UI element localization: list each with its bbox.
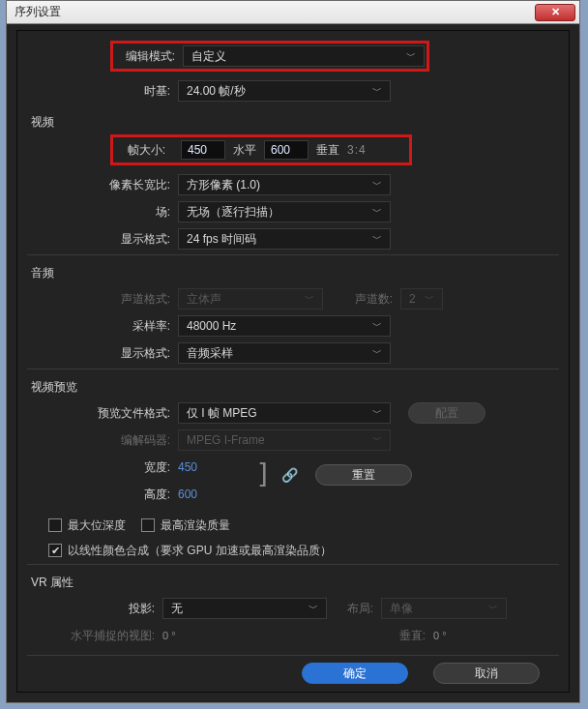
chevron-down-icon: ﹀ xyxy=(372,84,382,98)
channel-format-value: 立体声 xyxy=(187,291,221,308)
projection-select[interactable]: 无 ﹀ xyxy=(162,598,327,619)
dialog-window: 序列设置 ✕ 编辑模式: 自定义 ﹀ 时基: 24.00 帧/秒 ﹀ 视频 xyxy=(6,0,580,703)
pixel-aspect-value: 方形像素 (1.0) xyxy=(187,177,260,193)
max-bit-depth-label: 最大位深度 xyxy=(68,517,126,534)
highlight-edit-mode: 编辑模式: 自定义 ﹀ xyxy=(110,41,429,72)
edit-mode-label: 编辑模式: xyxy=(115,48,183,65)
sample-rate-value: 48000 Hz xyxy=(187,319,236,333)
preview-file-format-label: 预览文件格式: xyxy=(27,405,178,422)
edit-mode-select[interactable]: 自定义 ﹀ xyxy=(183,45,425,67)
window-title: 序列设置 xyxy=(11,4,535,20)
link-icon[interactable]: 🔗 xyxy=(281,467,298,483)
channel-count-label: 声道数: xyxy=(323,291,400,308)
chevron-down-icon: ﹀ xyxy=(372,178,382,192)
codec-value: MPEG I-Frame xyxy=(187,433,265,447)
v-capture-label: 垂直: xyxy=(379,628,433,644)
chevron-down-icon: ﹀ xyxy=(372,433,382,447)
chevron-down-icon: ﹀ xyxy=(372,319,382,333)
section-vr: VR 属性 xyxy=(31,575,559,591)
titlebar: 序列设置 ✕ xyxy=(7,1,579,24)
preview-file-format-value: 仅 I 帧 MPEG xyxy=(187,405,257,422)
frame-width-input[interactable] xyxy=(181,140,225,160)
section-video: 视频 xyxy=(31,114,559,131)
linear-composite-checkbox[interactable]: ✔ xyxy=(48,544,62,557)
channel-count-value: 2 xyxy=(409,292,416,306)
chevron-down-icon: ﹀ xyxy=(488,602,498,615)
channel-format-select: 立体声 ﹀ xyxy=(178,288,323,310)
bracket-icon: ] xyxy=(255,468,272,482)
pixel-aspect-label: 像素长宽比: xyxy=(27,177,178,193)
sample-rate-label: 采样率: xyxy=(27,318,178,335)
section-preview: 视频预览 xyxy=(31,379,559,396)
horizontal-label: 水平 xyxy=(233,142,256,159)
cancel-button[interactable]: 取消 xyxy=(433,663,540,684)
h-capture-label: 水平捕捉的视图: xyxy=(27,628,162,644)
preview-height-value[interactable]: 600 xyxy=(178,487,197,501)
video-display-format-select[interactable]: 24 fps 时间码 ﹀ xyxy=(178,228,391,250)
audio-display-format-label: 显示格式: xyxy=(27,345,178,362)
vertical-label: 垂直 xyxy=(316,142,339,159)
fields-value: 无场（逐行扫描） xyxy=(187,204,279,221)
chevron-down-icon: ﹀ xyxy=(372,232,382,246)
layout-label: 布局: xyxy=(327,601,381,617)
dialog-body: 编辑模式: 自定义 ﹀ 时基: 24.00 帧/秒 ﹀ 视频 帧大小: 水平 xyxy=(16,30,570,693)
footer: 确定 取消 xyxy=(17,663,569,684)
chevron-down-icon: ﹀ xyxy=(305,292,314,306)
configure-button: 配置 xyxy=(408,402,485,424)
ok-button[interactable]: 确定 xyxy=(302,663,408,684)
preview-width-label: 宽度: xyxy=(27,459,178,476)
preview-file-format-select[interactable]: 仅 I 帧 MPEG ﹀ xyxy=(178,402,391,424)
v-capture-value: 0 ° xyxy=(433,630,559,641)
video-display-format-label: 显示格式: xyxy=(27,231,178,248)
chevron-down-icon: ﹀ xyxy=(372,205,382,219)
chevron-down-icon: ﹀ xyxy=(372,406,382,420)
h-capture-value: 0 ° xyxy=(162,630,176,641)
preview-height-label: 高度: xyxy=(27,487,178,503)
projection-value: 无 xyxy=(171,601,183,617)
section-audio: 音频 xyxy=(31,265,559,281)
chevron-down-icon: ﹀ xyxy=(309,602,318,615)
timebase-label: 时基: xyxy=(27,83,178,100)
audio-display-format-value: 音频采样 xyxy=(187,345,233,362)
frame-height-input[interactable] xyxy=(264,140,309,160)
fields-label: 场: xyxy=(27,204,178,221)
video-display-format-value: 24 fps 时间码 xyxy=(187,231,256,248)
sample-rate-select[interactable]: 48000 Hz ﹀ xyxy=(178,315,391,337)
channel-count-select: 2 ﹀ xyxy=(400,288,443,310)
fields-select[interactable]: 无场（逐行扫描） ﹀ xyxy=(178,201,391,222)
chevron-down-icon: ﹀ xyxy=(372,346,382,360)
codec-label: 编解码器: xyxy=(27,432,178,449)
channel-format-label: 声道格式: xyxy=(27,291,178,308)
chevron-down-icon: ﹀ xyxy=(406,49,416,63)
pixel-aspect-select[interactable]: 方形像素 (1.0) ﹀ xyxy=(178,174,391,195)
max-render-quality-label: 最高渲染质量 xyxy=(161,517,230,534)
timebase-value: 24.00 帧/秒 xyxy=(187,83,246,100)
chevron-down-icon: ﹀ xyxy=(425,292,434,306)
timebase-select[interactable]: 24.00 帧/秒 ﹀ xyxy=(178,80,391,102)
preview-width-value[interactable]: 450 xyxy=(178,460,197,474)
projection-label: 投影: xyxy=(27,601,162,617)
close-button[interactable]: ✕ xyxy=(535,4,575,21)
max-bit-depth-checkbox[interactable] xyxy=(48,518,62,532)
linear-composite-label: 以线性颜色合成（要求 GPU 加速或最高渲染品质） xyxy=(68,543,332,559)
max-render-quality-checkbox[interactable] xyxy=(141,518,155,532)
layout-select: 单像 ﹀ xyxy=(381,598,507,619)
codec-select: MPEG I-Frame ﹀ xyxy=(178,429,391,451)
edit-mode-value: 自定义 xyxy=(191,48,226,65)
frame-size-label: 帧大小: xyxy=(115,142,173,159)
aspect-ratio: 3:4 xyxy=(347,143,367,157)
layout-value: 单像 xyxy=(390,601,413,617)
highlight-frame-size: 帧大小: 水平 垂直 3:4 xyxy=(110,134,412,165)
audio-display-format-select[interactable]: 音频采样 ﹀ xyxy=(178,342,391,364)
reset-button[interactable]: 重置 xyxy=(315,464,412,486)
